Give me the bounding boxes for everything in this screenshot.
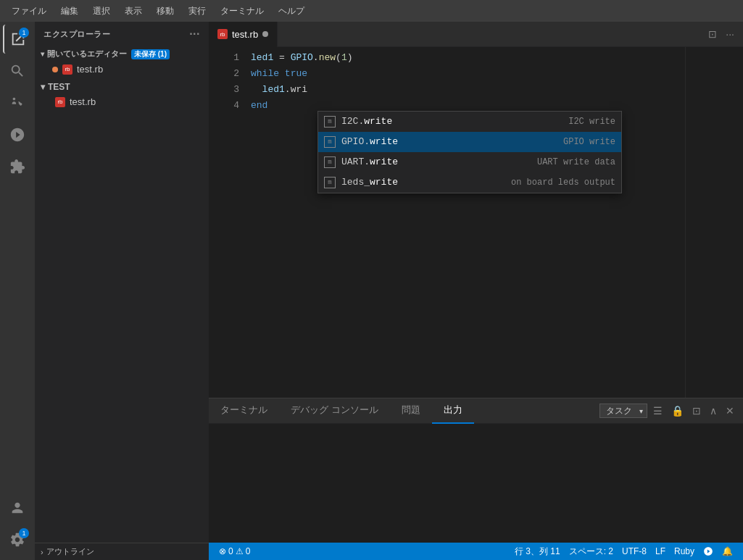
menu-terminal[interactable]: ターミナル: [215, 4, 270, 19]
tab-bar: rb test.rb ⊡ ···: [209, 22, 743, 47]
main-area: 1: [0, 22, 743, 560]
menu-go[interactable]: 移動: [151, 4, 180, 19]
explorer-badge: 1: [19, 28, 29, 38]
activity-bar: 1: [0, 22, 35, 560]
panel-tab-problems[interactable]: 問題: [390, 398, 432, 424]
panel-tab-terminal[interactable]: ターミナル: [209, 398, 279, 424]
ac-icon-leds: m: [324, 177, 336, 188]
status-encoding[interactable]: UTF-8: [618, 543, 651, 560]
code-editor[interactable]: led1 = GPIO.new(1) while true led1.wri e…: [245, 47, 685, 398]
panel-tab-debug[interactable]: デバッグ コンソール: [279, 398, 390, 424]
tab-test-rb[interactable]: rb test.rb: [209, 22, 278, 47]
activity-settings[interactable]: 1: [3, 525, 32, 554]
status-notifications[interactable]: 🔔: [718, 543, 737, 560]
activity-extensions[interactable]: [3, 152, 32, 181]
open-editor-file-test-rb[interactable]: rb test.rb: [35, 62, 209, 77]
panel-tab-bar: ターミナル デバッグ コンソール 問題 出力 タスク ☰ 🔒 ⊡ ∧ ✕: [209, 398, 743, 424]
task-selector-wrapper: タスク: [599, 404, 647, 418]
panel: ターミナル デバッグ コンソール 問題 出力 タスク ☰ 🔒 ⊡ ∧ ✕: [209, 398, 743, 543]
activity-account[interactable]: [3, 493, 32, 522]
status-language[interactable]: Ruby: [670, 543, 699, 560]
folder-section: ▾ TEST rb test.rb: [35, 80, 209, 109]
panel-collapse-button[interactable]: ∧: [707, 404, 720, 418]
outline-section: › アウトライン: [35, 543, 209, 560]
activity-explorer[interactable]: 1: [3, 25, 32, 54]
panel-tab-output[interactable]: 出力: [432, 398, 474, 424]
folder-arrow-icon: ▾: [41, 82, 45, 92]
code-line-3: led1.wri: [251, 82, 679, 98]
warning-icon: ⚠: [236, 546, 244, 556]
menu-view[interactable]: 表示: [119, 4, 148, 19]
folder-file-test-rb[interactable]: rb test.rb: [35, 94, 209, 109]
status-remote[interactable]: [699, 543, 718, 560]
status-bar: ⊗ 0 ⚠ 0 行 3、列 11 スペース: 2 UTF-8 LF Ruby 🔔: [209, 543, 743, 560]
settings-badge: 1: [19, 528, 29, 538]
ruby-file-icon: rb: [62, 64, 72, 75]
activity-source-control[interactable]: [3, 88, 32, 117]
ac-item-leds-write[interactable]: m leds_write on board leds output: [318, 172, 621, 193]
sidebar-title: エクスプローラー ···: [35, 22, 209, 46]
file-modified-dot: [52, 67, 58, 72]
sidebar: エクスプローラー ··· ▾ 開いているエディター 未保存 (1) rb tes…: [35, 22, 209, 560]
status-spaces[interactable]: スペース: 2: [565, 543, 618, 560]
open-editors-header[interactable]: ▾ 開いているエディター 未保存 (1): [35, 46, 209, 62]
outline-header[interactable]: › アウトライン: [35, 543, 209, 560]
ac-item-gpio-write[interactable]: m GPIO.write GPIO write: [318, 132, 621, 152]
ac-icon-uart: m: [324, 156, 336, 168]
ac-icon-gpio: m: [324, 136, 336, 148]
panel-close-button[interactable]: ✕: [723, 404, 737, 418]
panel-content: [209, 424, 743, 543]
unsaved-badge: 未保存 (1): [131, 49, 170, 59]
tab-ruby-icon: rb: [217, 29, 228, 39]
line-numbers: 1 2 3 4: [209, 47, 245, 398]
ac-icon-i2c: m: [324, 116, 336, 128]
panel-list-button[interactable]: ☰: [650, 404, 665, 418]
editor-area: rb test.rb ⊡ ··· 1 2 3 4 led1 = GPIO.new…: [209, 22, 743, 560]
more-actions-button[interactable]: ···: [723, 27, 737, 41]
folder-ruby-icon: rb: [55, 97, 65, 107]
tab-modified-dot: [262, 31, 268, 37]
status-errors[interactable]: ⊗ 0 ⚠ 0: [215, 543, 254, 560]
menu-help[interactable]: ヘルプ: [273, 4, 310, 19]
panel-actions: タスク ☰ 🔒 ⊡ ∧ ✕: [599, 404, 743, 418]
activity-run-debug[interactable]: [3, 120, 32, 149]
minimap: [685, 47, 743, 398]
task-selector[interactable]: タスク: [599, 404, 647, 418]
panel-split-button[interactable]: ⊡: [689, 404, 704, 418]
menu-file[interactable]: ファイル: [6, 4, 52, 19]
open-editors-section: ▾ 開いているエディター 未保存 (1) rb test.rb: [35, 46, 209, 77]
code-line-1: led1 = GPIO.new(1): [251, 50, 679, 66]
sidebar-menu-button[interactable]: ···: [189, 28, 200, 41]
ac-item-i2c-write[interactable]: m I2C.write I2C write: [318, 112, 621, 132]
menu-bar: ファイル 編集 選択 表示 移動 実行 ターミナル ヘルプ: [0, 0, 743, 22]
status-position[interactable]: 行 3、列 11: [510, 543, 565, 560]
menu-run[interactable]: 実行: [183, 4, 212, 19]
editor-content: 1 2 3 4 led1 = GPIO.new(1) while true le…: [209, 47, 743, 398]
code-line-2: while true: [251, 66, 679, 82]
status-right: 行 3、列 11 スペース: 2 UTF-8 LF Ruby 🔔: [510, 543, 737, 560]
status-line-ending[interactable]: LF: [651, 543, 670, 560]
activity-search[interactable]: [3, 57, 32, 85]
outline-arrow-icon: ›: [41, 548, 43, 556]
tab-bar-actions: ⊡ ···: [705, 27, 743, 41]
autocomplete-dropdown: m I2C.write I2C write m GPIO.write GPIO …: [317, 111, 622, 193]
open-editors-arrow: ▾: [41, 50, 44, 58]
menu-select[interactable]: 選択: [87, 4, 116, 19]
ac-item-uart-write[interactable]: m UART.write UART write data: [318, 152, 621, 172]
error-icon: ⊗: [219, 546, 226, 556]
panel-lock-button[interactable]: 🔒: [668, 404, 686, 418]
menu-edit[interactable]: 編集: [55, 4, 84, 19]
split-editor-button[interactable]: ⊡: [705, 27, 720, 41]
folder-header-test[interactable]: ▾ TEST: [35, 80, 209, 94]
